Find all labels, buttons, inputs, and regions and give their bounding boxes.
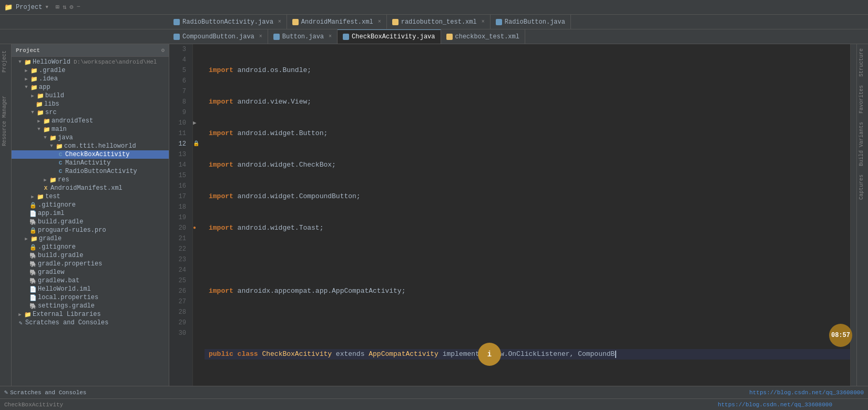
tab-close-icon[interactable]: × (378, 19, 381, 25)
url-link[interactable]: https://blog.csdn.net/qq_33608000 (749, 390, 864, 396)
project-manager-label[interactable]: Project (0, 44, 11, 79)
code-line-5[interactable]: import android.widget.Button; (205, 128, 850, 139)
code-line-6[interactable]: import android.widget.CheckBox; (205, 160, 850, 170)
code-line-8[interactable]: import android.widget.Toast; (205, 223, 850, 233)
tree-item-gradle-properties[interactable]: 🐘 gradle.properties (12, 260, 169, 268)
code-area[interactable]: 3 4 5 6 7 8 9 10 11 12 13 14 15 16 17 18… (169, 44, 856, 386)
tree-item-app[interactable]: ▼ 📁 app (12, 83, 169, 91)
tree-item-java[interactable]: ▼ 📁 java (12, 134, 169, 142)
gutter-29 (193, 317, 205, 328)
status-bar: ✎ Scratches and Consoles https://blog.cs… (0, 386, 868, 398)
tab-close-icon[interactable]: × (259, 34, 262, 39)
tree-item-gradle[interactable]: ▶ 📁 .gradle (12, 66, 169, 75)
proguard-icon: 🔒 (29, 227, 37, 234)
tree-item-idea[interactable]: ▶ 📁 .idea (12, 75, 169, 83)
resource-manager-label[interactable]: Resource Manager (0, 89, 11, 152)
gradle-icon: 🐘 (29, 218, 37, 226)
tab-label: checkbox_test.xml (455, 33, 519, 40)
captures-label[interactable]: Captures (857, 170, 868, 204)
tree-item-app-iml[interactable]: 📄 app.iml (12, 209, 169, 218)
tree-item-src[interactable]: ▼ 📁 src (12, 108, 169, 117)
time-badge[interactable]: 08:57 (829, 324, 852, 347)
gutter-12: 🔒 (193, 139, 205, 149)
line-num-4: 4 (171, 55, 188, 65)
tab-checkbox-test-xml[interactable]: checkbox_test.xml (441, 29, 525, 44)
favorites-label[interactable]: Favorites (857, 81, 868, 118)
code-line-7[interactable]: import android.widget.CompoundButton; (205, 191, 850, 202)
tree-item-androidmanifest[interactable]: X AndroidManifest.xml (12, 184, 169, 192)
tree-item-checkboxacitivity[interactable]: C CheckBoxAcitivity (12, 150, 169, 159)
code-line-4[interactable]: import android.view.View; (205, 97, 850, 107)
code-line-9[interactable] (205, 254, 850, 265)
code-line-10[interactable]: import androidx.appcompat.app.AppCompatA… (205, 286, 850, 296)
folder-icon: 📁 (43, 126, 50, 133)
tree-item-helloworld[interactable]: ▼ 📁 HelloWorld D:\workspace\android\Hel (12, 58, 169, 66)
build-variants-label[interactable]: Build Variants (857, 118, 868, 170)
tab-checkboxacitivity[interactable]: CheckBoxAcitivity.java (338, 29, 441, 44)
tree-item-test[interactable]: ▶ 📁 test (12, 192, 169, 201)
tree-item-gradle-dir[interactable]: ▶ 📁 gradle (12, 234, 169, 243)
tree-item-build-gradle-root[interactable]: 🐘 build.gradle (12, 251, 169, 260)
tree-item-external-libraries[interactable]: ▶ 📁 External Libraries (12, 310, 169, 319)
tree-item-main[interactable]: ▼ 📁 main (12, 125, 169, 134)
tree-item-gradlew-bat[interactable]: 🐘 gradlew.bat (12, 276, 169, 285)
minimize-icon[interactable]: − (77, 3, 80, 11)
info-tooltip[interactable]: i (478, 343, 501, 366)
tree-item-androidtest[interactable]: ▶ 📁 androidTest (12, 117, 169, 125)
code-line-3[interactable]: import android.os.Bundle; (205, 65, 850, 76)
code-line-12[interactable]: public class CheckBoxAcitivity extends A… (205, 349, 850, 360)
tree-label: test (45, 193, 60, 200)
code-line-11[interactable] (205, 317, 850, 328)
tree-item-helloworld-iml[interactable]: 📄 HelloWorld.iml (12, 285, 169, 293)
settings-icon[interactable]: ⚙ (161, 47, 165, 54)
tree-label: local.properties (38, 294, 98, 301)
tree-item-package[interactable]: ▼ 📁 com.ttit.helloworld (12, 142, 169, 150)
layout-icon[interactable]: ⊞ (56, 3, 59, 11)
scratch-icon: ✎ (4, 388, 8, 396)
tab-androidmanifest[interactable]: AndroidManifest.xml × (287, 15, 387, 29)
tree-item-gitignore-app[interactable]: 🔒 .gitignore (12, 201, 169, 209)
tree-item-gitignore-root[interactable]: 🔒 .gitignore (12, 243, 169, 251)
project-path: D:\workspace\android\Hel (74, 59, 157, 65)
gutter-26 (193, 286, 205, 296)
tab-radiobuttonactivity[interactable]: RadioButtonActivity.java × (168, 15, 287, 29)
dropdown-icon[interactable]: ▼ (45, 5, 48, 10)
tree-label: java (58, 134, 73, 141)
tree-label: MainActivity (65, 159, 110, 167)
debug-icon[interactable]: ● (193, 223, 196, 233)
java-icon (273, 34, 280, 40)
gear-icon[interactable]: ⚙ (69, 3, 73, 11)
tree-item-settings-gradle[interactable]: 🐘 settings.gradle (12, 302, 169, 310)
tab-radiobutton-test-xml[interactable]: radiobutton_test.xml × (387, 15, 491, 29)
code-line-13[interactable] (205, 381, 850, 386)
scratches-and-consoles[interactable]: ✎ Scratches and Consoles (4, 388, 86, 396)
project-label[interactable]: Project (16, 4, 42, 11)
tree-label: main (52, 126, 67, 133)
tree-arrow: ▶ (23, 235, 29, 242)
java-file-icon: C (57, 168, 64, 175)
fold-icon-10[interactable]: ▶ (193, 120, 197, 126)
tab-radiobutton-java[interactable]: RadioButton.java (491, 15, 571, 29)
tree-item-gradlew[interactable]: 🐘 gradlew (12, 268, 169, 276)
bottom-url[interactable]: https://blog.csdn.net/qq_33608000 (718, 402, 832, 408)
tree-item-mainactivity[interactable]: C MainActivity (12, 159, 169, 167)
tree-item-radiobuttonactivity[interactable]: C RadioButtonActivity (12, 167, 169, 176)
tree-item-scratches[interactable]: ✎ Scratches and Consoles (12, 319, 169, 327)
tree-item-build[interactable]: ▶ 📁 build (12, 91, 169, 100)
split-icon[interactable]: ⇅ (63, 3, 66, 11)
tab-label: CompoundButton.java (182, 33, 254, 40)
tree-item-libs[interactable]: 📁 libs (12, 100, 169, 108)
tab-close-icon[interactable]: × (482, 19, 485, 25)
tree-item-local-properties[interactable]: 📄 local.properties (12, 293, 169, 302)
tree-item-proguard[interactable]: 🔒 proguard-rules.pro (12, 226, 169, 234)
info-icon: i (487, 349, 492, 360)
tab-compoundbutton[interactable]: CompoundButton.java × (168, 29, 268, 44)
tab-button-java[interactable]: Button.java × (268, 29, 338, 44)
tree-item-build-gradle-app[interactable]: 🐘 build.gradle (12, 218, 169, 226)
structure-label[interactable]: Structure (857, 44, 868, 81)
tab-close-icon[interactable]: × (278, 19, 281, 25)
tab-close-icon[interactable]: × (329, 34, 332, 39)
tree-item-res[interactable]: ▶ 📁 res (12, 176, 169, 184)
code-content[interactable]: import android.os.Bundle; import android… (205, 44, 850, 386)
tree-label: src (45, 109, 57, 116)
